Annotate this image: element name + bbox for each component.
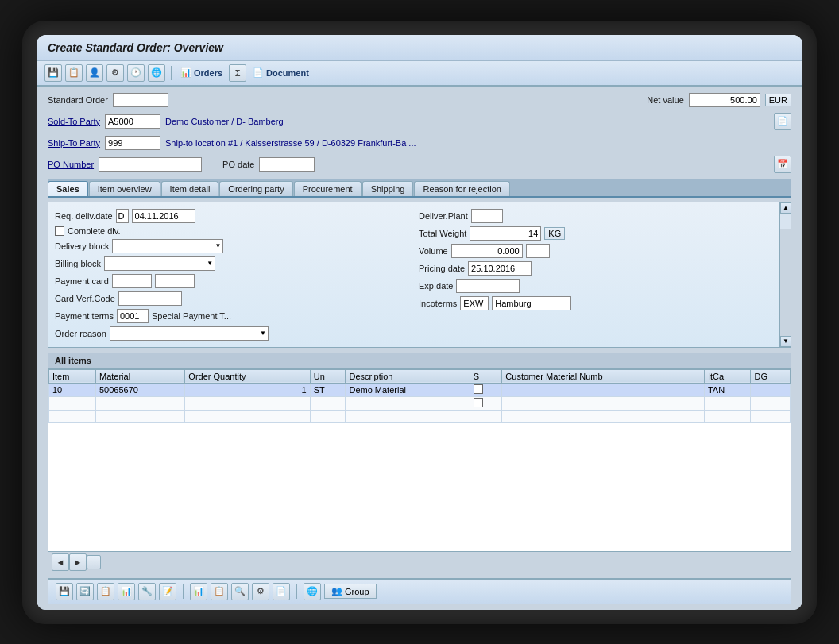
table-nav-right[interactable]: ► [69,553,87,571]
cell-item [49,410,96,422]
req-deliv-date-label: Req. deliv.date [55,211,113,221]
tab-reason-rejection[interactable]: Reason for rejection [414,181,509,196]
settings-icon[interactable]: ⚙ [106,64,124,82]
volume-input[interactable] [451,244,523,258]
currency-label: EUR [765,94,791,106]
order-reason-arrow: ▼ [260,330,266,337]
ship-to-party-label[interactable]: Ship-To Party [48,138,100,148]
payment-card-input-2[interactable] [155,274,195,288]
payment-card-input-1[interactable] [112,274,152,288]
cell-description: Demo Material [346,383,470,396]
header-row-4: PO Number PO date 📅 [48,156,791,173]
delivery-block-arrow: ▼ [215,242,222,249]
po-date-label: PO date [222,160,254,169]
header-row-2: Sold-To Party Demo Customer / D- Bamberg… [48,113,791,130]
bottom-btn-1[interactable]: 💾 [56,583,73,600]
bottom-btn-10[interactable]: ⚙ [252,583,269,600]
req-deliv-date-input[interactable] [132,209,195,223]
tab-item-overview[interactable]: Item overview [89,181,160,196]
scroll-up-btn[interactable]: ▲ [780,202,791,214]
tabs-container: Sales Item overview Item detail Ordering… [48,179,791,198]
sigma-icon[interactable]: Σ [229,64,246,82]
po-date-input[interactable] [259,157,315,172]
sold-to-party-input[interactable] [105,114,160,129]
tab-shipping[interactable]: Shipping [362,181,414,196]
cell-item: 10 [49,383,96,396]
group-label: Group [345,587,369,596]
main-toolbar: 💾 📋 👤 ⚙ 🕐 🌐 📊 Orders Σ 📄 Document [37,61,802,87]
document-menu[interactable]: 📄 Document [249,66,312,79]
table-scroll-indicator[interactable] [87,555,101,569]
header-row-3: Ship-To Party Ship-to location #1 / Kais… [48,136,791,150]
group-button[interactable]: 👥 Group [324,584,377,599]
incoterms-code-input[interactable] [460,296,489,310]
bottom-btn-9[interactable]: 🔍 [231,583,249,600]
row-s-checkbox-2[interactable] [474,398,483,407]
billing-block-dropdown[interactable]: ▼ [104,256,215,271]
orders-menu[interactable]: 📊 Orders [177,66,226,79]
total-weight-row: Total Weight KG [419,226,776,241]
user-icon[interactable]: 👤 [86,64,103,82]
bottom-btn-8[interactable]: 📋 [211,583,228,600]
bottom-btn-6[interactable]: 📝 [159,583,176,600]
bottom-btn-2[interactable]: 🔄 [76,583,94,600]
copy-icon[interactable]: 📋 [65,64,83,82]
pricing-date-input[interactable] [468,261,532,276]
scrollbar-v[interactable]: ▲ ▼ [779,202,791,347]
save-icon[interactable]: 💾 [44,64,62,82]
bottom-btn-7[interactable]: 📊 [190,583,207,600]
table-row[interactable] [49,396,791,410]
order-reason-dropdown[interactable]: ▼ [110,326,269,341]
bottom-btn-12[interactable]: 🌐 [304,583,321,600]
separator-3 [296,584,297,599]
tab-ordering-party[interactable]: Ordering party [219,181,292,196]
standard-order-input[interactable] [113,93,168,107]
bottom-btn-11[interactable]: 📄 [273,583,290,600]
row-s-checkbox[interactable] [474,384,483,394]
po-calendar-icon[interactable]: 📅 [774,156,791,173]
network-icon[interactable]: 🌐 [148,64,165,82]
total-weight-input[interactable] [470,226,541,241]
exp-date-input[interactable] [456,279,520,293]
document-label: Document [266,68,309,78]
table-nav-left[interactable]: ◄ [52,553,69,571]
card-verf-code-input[interactable] [118,291,182,306]
col-dg: DG [751,369,791,383]
sales-form-grid: Req. deliv.date Complete dlv. Delivery b… [55,209,776,341]
bottom-btn-4[interactable]: 📊 [118,583,135,600]
tab-item-detail[interactable]: Item detail [161,181,219,196]
table-header-row: Item Material Order Quantity Un Descript… [49,369,791,383]
payment-terms-code-input[interactable] [117,309,149,323]
payment-terms-label: Payment terms [55,311,114,321]
delivery-block-label: Delivery block [55,241,109,251]
billing-block-row: Billing block ▼ [55,256,412,271]
table-row[interactable]: 10 50065670 1 ST Demo Material TAN [49,383,791,396]
delivery-block-dropdown[interactable]: ▼ [112,239,223,253]
incoterms-label: Incoterms [419,299,457,308]
scroll-down-btn[interactable]: ▼ [780,336,791,347]
ship-to-party-input[interactable] [105,136,160,150]
req-deliv-date-d-input[interactable] [116,209,129,223]
sold-to-party-label[interactable]: Sold-To Party [48,117,100,126]
all-items-header: All items [48,353,791,368]
cell-un [310,410,346,422]
tab-procurement[interactable]: Procurement [294,181,362,196]
net-value-input[interactable] [689,93,760,107]
po-number-label[interactable]: PO Number [48,160,94,169]
sold-to-party-doc-icon[interactable]: 📄 [774,113,791,130]
clock-icon[interactable]: 🕐 [127,64,145,82]
bottom-btn-3[interactable]: 📋 [97,583,114,600]
tab-sales[interactable]: Sales [48,181,88,196]
req-deliv-date-row: Req. deliv.date [55,209,412,223]
complete-dlv-checkbox[interactable] [55,226,64,236]
deliver-plant-input[interactable] [471,209,503,223]
payment-terms-row: Payment terms Special Payment T... [55,309,412,323]
cell-un [310,396,346,410]
bottom-btn-5[interactable]: 🔧 [138,583,156,600]
col-s: S [470,369,502,383]
incoterms-desc-input[interactable] [492,296,571,310]
orders-label: Orders [194,68,222,78]
po-number-input[interactable] [99,157,202,172]
table-row[interactable] [49,410,791,422]
volume-unit-input[interactable] [526,244,550,258]
